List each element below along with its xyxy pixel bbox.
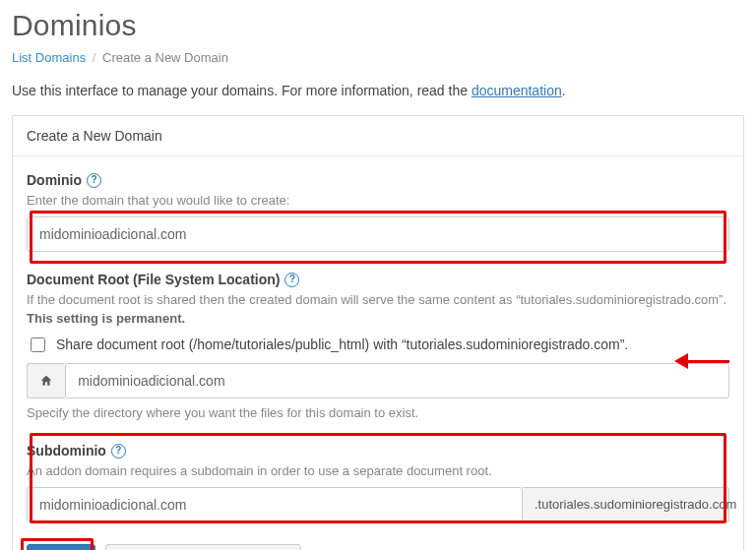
breadcrumb-separator: / [93, 50, 96, 65]
docroot-path-hint: Specify the directory where you want the… [27, 404, 729, 423]
help-icon[interactable]: ? [87, 173, 101, 188]
documentation-link[interactable]: documentation [472, 83, 562, 98]
share-docroot-label: Share document root (/home/tutoriales/pu… [56, 335, 628, 354]
intro-text: Use this interface to manage your domain… [12, 81, 744, 100]
subdomain-input[interactable] [27, 487, 523, 522]
docroot-section: Document Root (File System Location) ? I… [27, 270, 729, 423]
intro-prefix: Use this interface to manage your domain… [12, 83, 472, 98]
submit-create-another-button[interactable]: Submit And Create Another [105, 544, 302, 550]
help-icon[interactable]: ? [284, 273, 299, 287]
breadcrumb-list-domains[interactable]: List Domains [12, 50, 86, 65]
subdomain-hint: An addon domain requires a subdomain in … [27, 462, 729, 481]
subdomain-suffix: .tutoriales.sudominioregistrado.com [523, 487, 729, 522]
create-domain-panel: Create a New Domain Dominio ? Enter the … [12, 115, 744, 550]
submit-button[interactable]: Enviar [27, 544, 95, 550]
share-docroot-checkbox[interactable] [31, 337, 45, 352]
page-title: Dominios [12, 4, 744, 47]
panel-heading: Create a New Domain [13, 116, 743, 156]
intro-suffix: . [562, 83, 566, 98]
subdomain-section: Subdominio ? An addon domain requires a … [27, 441, 729, 522]
domain-section: Dominio ? Enter the domain that you woul… [27, 170, 729, 252]
breadcrumb-current: Create a New Domain [102, 50, 228, 65]
home-icon [27, 363, 65, 398]
docroot-path-input[interactable] [65, 363, 729, 398]
domain-label: Dominio [27, 170, 82, 190]
action-row: Enviar Submit And Create Another Return … [27, 544, 729, 550]
help-icon[interactable]: ? [111, 444, 126, 458]
share-docroot-checkbox-row[interactable]: Share document root (/home/tutoriales/pu… [27, 335, 729, 355]
docroot-label: Document Root (File System Location) [27, 270, 280, 289]
domain-input[interactable] [27, 216, 729, 252]
subdomain-label: Subdominio [27, 441, 106, 460]
docroot-hint: If the document root is shared then the … [27, 291, 729, 329]
breadcrumb: List Domains / Create a New Domain [12, 49, 744, 68]
domain-hint: Enter the domain that you would like to … [27, 192, 729, 211]
